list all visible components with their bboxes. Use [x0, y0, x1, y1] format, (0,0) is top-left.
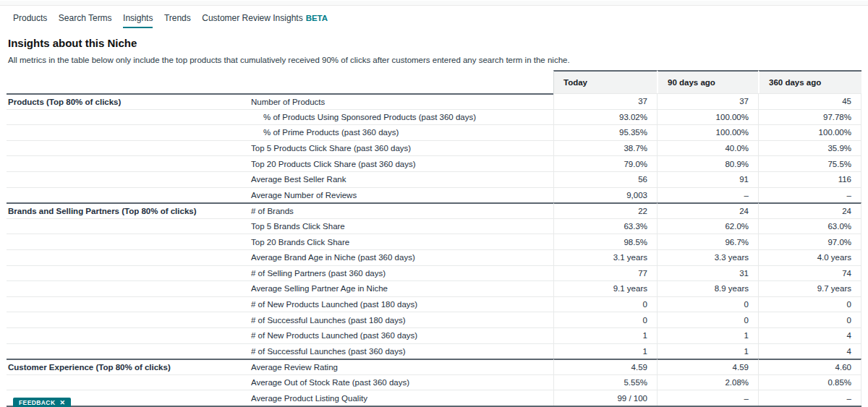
group-cell [7, 187, 250, 203]
value-90-days-ago: 37 [657, 93, 758, 109]
header-spacer [7, 70, 553, 93]
value-360-days-ago: 100.00% [758, 124, 861, 140]
value-90-days-ago: 40.0% [657, 140, 758, 156]
metric-label: Number of Products [250, 93, 553, 109]
beta-badge: BETA [306, 14, 328, 22]
metric-label: Top 5 Brands Click Share [250, 218, 553, 234]
tab-products[interactable]: Products [13, 13, 47, 28]
group-cell [7, 171, 250, 187]
value-90-days-ago: 24 [657, 202, 758, 218]
tab-bar: Products Search Terms Insights Trends Cu… [0, 6, 868, 28]
value-360-days-ago: 63.0% [758, 218, 861, 234]
metric-label: # of Successful Launches (past 180 days) [250, 312, 553, 327]
value-90-days-ago: 31 [657, 265, 758, 281]
value-today: 22 [553, 202, 657, 218]
value-today: 3.1 years [553, 249, 657, 265]
value-today: 9.1 years [553, 280, 657, 296]
group-cell [7, 327, 250, 343]
value-360-days-ago: – [758, 187, 861, 203]
metric-label: Average Brand Age in Niche (past 360 day… [250, 249, 553, 265]
tab-search-terms[interactable]: Search Terms [59, 13, 112, 28]
metric-label: # of Brands [250, 202, 553, 218]
value-360-days-ago: 45 [758, 93, 861, 109]
group-cell [7, 249, 250, 265]
value-90-days-ago: 96.7% [657, 234, 758, 249]
value-today: 9,003 [553, 187, 657, 203]
feedback-label: FEEDBACK [19, 399, 55, 406]
value-today: 95.35% [553, 124, 657, 140]
metric-label: Top 20 Brands Click Share [250, 234, 553, 249]
metric-label: % of Prime Products (past 360 days) [250, 124, 553, 140]
value-90-days-ago: 62.0% [657, 218, 758, 234]
group-label: Brands and Selling Partners (Top 80% of … [7, 202, 250, 218]
value-today: 1 [553, 327, 657, 343]
metric-label: Average Best Seller Rank [250, 171, 553, 187]
column-header-90-days-ago: 90 days ago [657, 70, 758, 93]
value-360-days-ago: 74 [758, 265, 861, 281]
value-today: 99 / 100 [553, 390, 657, 406]
metric-label: Average Selling Partner Age in Niche [250, 280, 553, 296]
value-90-days-ago: 8.9 years [657, 280, 758, 296]
tab-trends[interactable]: Trends [164, 13, 191, 28]
group-cell [7, 234, 250, 249]
value-90-days-ago: 4.59 [657, 359, 758, 374]
tab-customer-review-insights-label: Customer Review Insights [202, 13, 302, 23]
value-90-days-ago: 0 [657, 312, 758, 327]
value-90-days-ago: – [657, 390, 758, 406]
metric-label: # of Selling Partners (past 360 days) [250, 265, 553, 281]
value-90-days-ago: 1 [657, 327, 758, 343]
value-360-days-ago: 9.7 years [758, 280, 861, 296]
group-cell [7, 296, 250, 312]
top-divider-strip [0, 1, 868, 6]
insights-table-body: Products (Top 80% of clicks)Number of Pr… [7, 93, 861, 407]
metric-label: Top 20 Products Click Share (past 360 da… [250, 155, 553, 171]
value-360-days-ago: 35.9% [758, 140, 861, 156]
close-icon[interactable]: ✕ [59, 399, 65, 406]
value-today: 37 [553, 93, 657, 109]
value-today: 0 [553, 312, 657, 327]
tab-customer-review-insights[interactable]: Customer Review InsightsBETA [202, 13, 328, 28]
value-90-days-ago: 80.9% [657, 155, 758, 171]
group-cell [7, 218, 250, 234]
value-360-days-ago: – [758, 390, 861, 406]
value-360-days-ago: 0 [758, 296, 861, 312]
group-cell [7, 124, 250, 140]
value-today: 63.3% [553, 218, 657, 234]
value-today: 38.7% [553, 140, 657, 156]
value-360-days-ago: 116 [758, 171, 861, 187]
value-today: 5.55% [553, 374, 657, 390]
value-today: 0 [553, 296, 657, 312]
value-90-days-ago: 100.00% [657, 124, 758, 140]
metric-label: Average Number of Reviews [250, 187, 553, 203]
insights-table-header: Today 90 days ago 360 days ago [7, 70, 861, 93]
metric-label: % of Products Using Sponsored Products (… [250, 109, 553, 125]
value-today: 77 [553, 265, 657, 281]
group-cell [7, 265, 250, 281]
value-90-days-ago: 100.00% [657, 109, 758, 125]
value-360-days-ago: 97.78% [758, 109, 861, 125]
page-description: All metrics in the table below only incl… [8, 56, 861, 65]
value-90-days-ago: 3.3 years [657, 249, 758, 265]
group-label: Customer Experience (Top 80% of clicks) [7, 359, 250, 374]
page-title: Insights about this Niche [8, 37, 861, 49]
metric-label: # of New Products Launched (past 360 day… [250, 327, 553, 343]
column-header-360-days-ago: 360 days ago [758, 70, 861, 93]
group-cell [7, 312, 250, 327]
value-360-days-ago: 97.0% [758, 234, 861, 249]
metric-label: Average Review Rating [250, 359, 553, 374]
value-today: 93.02% [553, 109, 657, 125]
value-360-days-ago: 4.0 years [758, 249, 861, 265]
value-90-days-ago: 1 [657, 343, 758, 359]
value-360-days-ago: 0 [758, 312, 861, 327]
group-cell [7, 280, 250, 296]
tab-insights[interactable]: Insights [123, 13, 153, 28]
value-today: 56 [553, 171, 657, 187]
value-today: 4.59 [553, 359, 657, 374]
value-today: 98.5% [553, 234, 657, 249]
value-90-days-ago: 0 [657, 296, 758, 312]
value-90-days-ago: – [657, 187, 758, 203]
value-90-days-ago: 2.08% [657, 374, 758, 390]
feedback-button[interactable]: FEEDBACK ✕ [13, 398, 71, 407]
group-cell [7, 155, 250, 171]
metric-label: # of New Products Launched (past 180 day… [250, 296, 553, 312]
